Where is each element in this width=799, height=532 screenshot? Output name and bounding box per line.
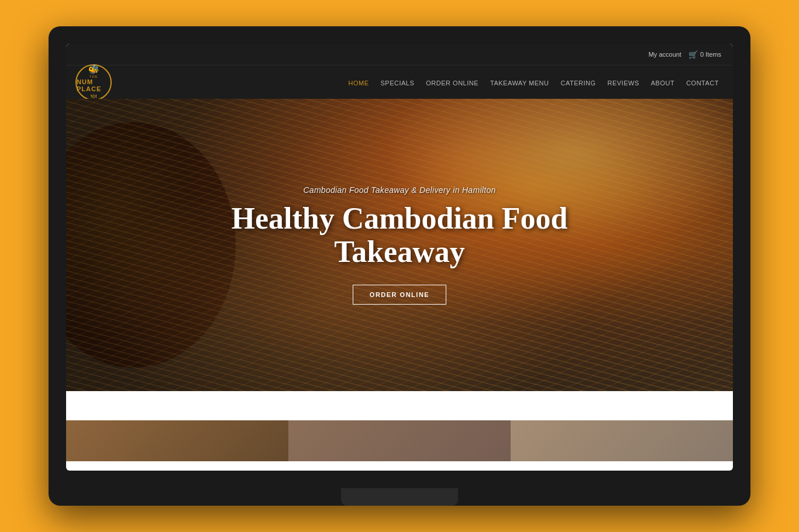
nav-item-about[interactable]: ABOUT [651, 77, 674, 88]
nav-item-order-online[interactable]: ORDER ONLINE [426, 77, 478, 88]
hero-cta-button[interactable]: ORDER ONLINE [353, 285, 446, 305]
logo-bee-icon: 🐝 [88, 65, 99, 74]
thumb-item-1 [66, 420, 288, 461]
nav-link-order-online[interactable]: ORDER ONLINE [426, 80, 478, 87]
hero-content: Cambodian Food Takeaway & Delivery in Ha… [66, 99, 733, 391]
nav-link-home[interactable]: HOME [348, 80, 368, 87]
thumb-row [66, 414, 733, 461]
nav-item-catering[interactable]: CATERING [560, 77, 595, 88]
nav-links: HOME SPECIALS ORDER ONLINE TAKEAWAY MENU… [348, 77, 719, 88]
nav-item-reviews[interactable]: REVIEWS [608, 77, 639, 88]
nav-item-contact[interactable]: CONTACT [686, 77, 719, 88]
cart-area[interactable]: 🛒 0 Items [688, 50, 721, 59]
nav-link-contact[interactable]: CONTACT [686, 80, 719, 87]
navbar: 🐝 THE NUM PLACE 🍽 HOME SPECIALS ORDER ON… [66, 65, 733, 99]
cart-icon: 🛒 [688, 50, 698, 59]
nav-item-specials[interactable]: SPECIALS [380, 77, 414, 88]
logo-area[interactable]: 🐝 THE NUM PLACE 🍽 [75, 64, 112, 101]
hero-section: Cambodian Food Takeaway & Delivery in Ha… [66, 99, 733, 391]
nav-link-reviews[interactable]: REVIEWS [608, 80, 639, 87]
thumb-item-3 [511, 420, 733, 461]
my-account-link[interactable]: My account [649, 51, 681, 58]
nav-item-takeaway-menu[interactable]: TAKEAWAY MENU [490, 77, 549, 88]
hero-title: Healthy Cambodian Food Takeaway [166, 202, 633, 268]
white-section [66, 391, 733, 461]
logo-text-numplace: NUM PLACE [77, 78, 111, 92]
logo-circle: 🐝 THE NUM PLACE 🍽 [75, 64, 112, 101]
nav-link-about[interactable]: ABOUT [651, 80, 674, 87]
top-bar: My account 🛒 0 Items [66, 44, 733, 65]
monitor-wrapper: My account 🛒 0 Items 🐝 THE NUM PLACE 🍽 H… [49, 26, 750, 506]
nav-link-takeaway-menu[interactable]: TAKEAWAY MENU [490, 80, 549, 87]
cart-label: 0 Items [700, 51, 721, 58]
nav-link-specials[interactable]: SPECIALS [380, 80, 414, 87]
screen: My account 🛒 0 Items 🐝 THE NUM PLACE 🍽 H… [66, 44, 733, 471]
nav-item-home[interactable]: HOME [348, 77, 368, 88]
hero-subtitle: Cambodian Food Takeaway & Delivery in Ha… [303, 185, 495, 195]
thumb-item-2 [288, 420, 511, 461]
nav-link-catering[interactable]: CATERING [560, 80, 595, 87]
